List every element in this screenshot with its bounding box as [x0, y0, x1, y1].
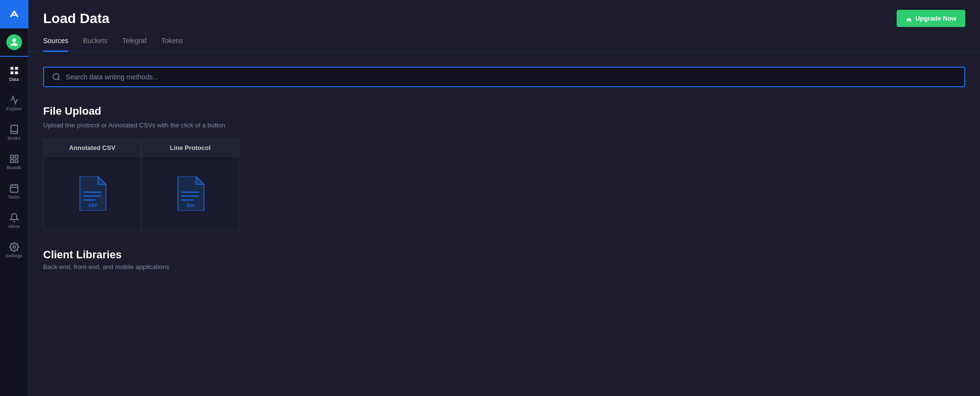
- sidebar-item-explore[interactable]: Explore: [0, 88, 28, 118]
- sidebar-item-books[interactable]: Books: [0, 118, 28, 147]
- content-area: File Upload Upload line protocol or Anno…: [28, 52, 980, 396]
- crown-icon: [905, 15, 912, 22]
- client-libraries-section: Client Libraries Back-end, front-end, an…: [43, 248, 965, 271]
- svg-rect-4: [15, 159, 18, 162]
- sidebar-data-label: Data: [9, 77, 19, 82]
- search-icon: [52, 73, 61, 81]
- line-protocol-card[interactable]: Line Protocol .line: [141, 139, 239, 231]
- file-upload-cards: Annotated CSV .csv: [43, 139, 965, 231]
- sidebar-boards-label: Boards: [7, 165, 22, 170]
- svg-rect-0: [7, 7, 22, 22]
- tab-sources[interactable]: Sources: [43, 32, 68, 52]
- upgrade-button[interactable]: Upgrade Now: [897, 10, 965, 27]
- svg-rect-3: [15, 155, 18, 158]
- svg-text:.csv: .csv: [87, 202, 97, 208]
- sidebar-settings-label: Settings: [6, 253, 23, 258]
- sidebar-books-label: Books: [8, 136, 21, 141]
- sidebar-item-alerts[interactable]: Alerts: [0, 206, 28, 235]
- svg-point-1: [13, 11, 15, 13]
- sidebar-item-settings[interactable]: Settings: [0, 235, 28, 265]
- tabs-bar: Sources Buckets Telegraf Tokens: [28, 32, 980, 52]
- file-upload-description: Upload line protocol or Annotated CSVs w…: [43, 122, 965, 129]
- svg-text:.line: .line: [186, 203, 195, 208]
- app-logo[interactable]: [0, 0, 28, 28]
- sidebar-alerts-label: Alerts: [8, 224, 20, 229]
- line-protocol-card-body: .line: [166, 157, 215, 230]
- search-input[interactable]: [66, 73, 956, 81]
- csv-file-icon: .csv: [77, 176, 107, 211]
- csv-card-body: .csv: [68, 157, 117, 230]
- avatar-circle: [6, 34, 22, 50]
- sidebar-item-tasks[interactable]: Tasks: [0, 176, 28, 206]
- svg-rect-2: [10, 155, 13, 158]
- line-protocol-card-header: Line Protocol: [142, 139, 239, 157]
- svg-rect-5: [10, 159, 13, 162]
- sidebar-item-boards[interactable]: Boards: [0, 147, 28, 176]
- main-content: Load Data Upgrade Now Sources Buckets Te…: [28, 0, 980, 396]
- page-title: Load Data: [43, 11, 109, 26]
- page-header: Load Data Upgrade Now: [28, 0, 980, 32]
- client-libraries-title: Client Libraries: [43, 248, 965, 261]
- client-libraries-description: Back-end, front-end, and mobile applicat…: [43, 263, 965, 271]
- tab-buckets[interactable]: Buckets: [83, 32, 107, 52]
- svg-point-10: [13, 246, 15, 248]
- user-avatar[interactable]: [0, 28, 28, 57]
- sidebar: Data Explore Books Boards Tasks: [0, 0, 28, 396]
- csv-card[interactable]: Annotated CSV .csv: [43, 139, 141, 231]
- sidebar-item-data[interactable]: Data: [0, 59, 28, 88]
- svg-point-11: [53, 74, 59, 79]
- search-bar[interactable]: [43, 67, 965, 87]
- line-file-icon: .line: [176, 176, 205, 211]
- svg-line-12: [58, 78, 59, 80]
- sidebar-nav: Data Explore Books Boards Tasks: [0, 57, 28, 396]
- csv-card-header: Annotated CSV: [44, 139, 141, 157]
- svg-rect-6: [10, 185, 18, 192]
- file-upload-section: File Upload Upload line protocol or Anno…: [43, 105, 965, 231]
- tab-tokens[interactable]: Tokens: [161, 32, 183, 52]
- file-upload-title: File Upload: [43, 105, 965, 118]
- tab-telegraf[interactable]: Telegraf: [122, 32, 147, 52]
- sidebar-explore-label: Explore: [6, 106, 22, 111]
- upgrade-label: Upgrade Now: [915, 15, 956, 22]
- sidebar-tasks-label: Tasks: [8, 195, 20, 199]
